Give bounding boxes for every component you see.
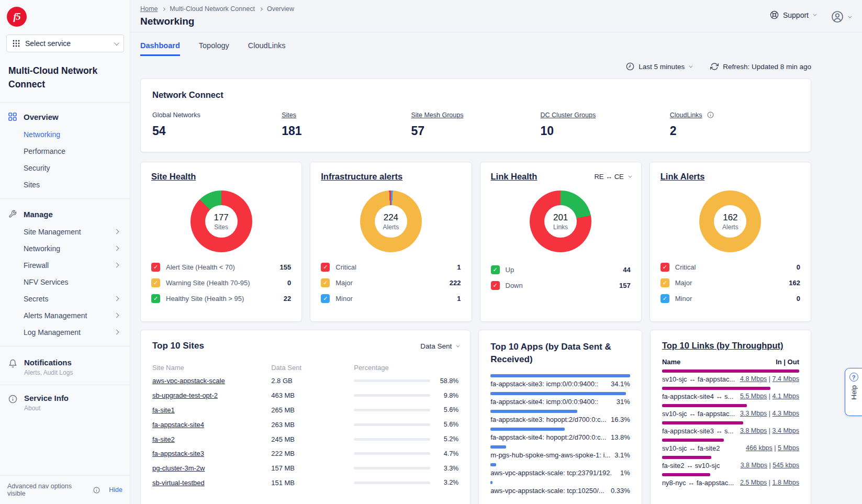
refresh-button[interactable]: Refresh: Updated 8 min ago bbox=[710, 62, 811, 71]
donut-center-label: Links bbox=[553, 223, 568, 231]
stat-cloudlinks: CloudLinks 2 bbox=[670, 110, 799, 138]
link-out-throughput[interactable]: 4.1 Mbps bbox=[773, 393, 799, 400]
link-in-throughput[interactable]: 4.8 Mbps bbox=[740, 375, 767, 383]
link-in-throughput[interactable]: 5.5 Mbps bbox=[740, 393, 767, 400]
sidebar-item-networking-manage[interactable]: Networking bbox=[0, 240, 130, 257]
legend-checkbox[interactable]: ✓ bbox=[321, 263, 330, 272]
site-link[interactable]: aws-vpc-appstack-scale bbox=[152, 377, 225, 385]
help-label: Help bbox=[850, 385, 858, 400]
select-service-dropdown[interactable]: Select service bbox=[6, 35, 124, 52]
user-menu[interactable] bbox=[831, 10, 850, 23]
sidebar-item-log-management[interactable]: Log Management bbox=[0, 324, 130, 341]
site-health-title[interactable]: Site Health bbox=[151, 172, 196, 182]
legend-row: ✓ Critical 1 bbox=[321, 259, 461, 275]
legend-checkbox[interactable]: ✓ bbox=[321, 294, 330, 303]
info-icon[interactable] bbox=[707, 111, 714, 118]
breadcrumb-mcn[interactable]: Multi-Cloud Network Connect bbox=[170, 5, 255, 13]
legend-checkbox[interactable]: ✓ bbox=[491, 281, 500, 290]
sidebar-item-service-info[interactable]: Service Info About bbox=[0, 387, 130, 418]
infrastructure-alerts-title[interactable]: Infrastructure alerts bbox=[321, 172, 402, 182]
sidebar-item-label: Security bbox=[24, 164, 50, 172]
sidebar-item-performance[interactable]: Performance bbox=[0, 143, 130, 160]
tab-dashboard[interactable]: Dashboard bbox=[140, 41, 180, 56]
legend-label: Major bbox=[335, 279, 444, 287]
legend-checkbox[interactable]: ✓ bbox=[151, 278, 160, 287]
link-in-throughput[interactable]: 3.8 Mbps bbox=[741, 462, 767, 469]
hide-nav-button[interactable]: Hide bbox=[109, 486, 122, 494]
col-data-sent: Data Sent bbox=[271, 364, 354, 372]
link-out-throughput[interactable]: 4.3 Mbps bbox=[773, 410, 799, 417]
legend-checkbox[interactable]: ✓ bbox=[151, 263, 160, 272]
infrastructure-alerts-donut[interactable]: 224 Alerts bbox=[360, 191, 422, 252]
link-out-throughput[interactable]: 5 Mbps bbox=[778, 444, 799, 452]
sidebar-item-networking[interactable]: Networking bbox=[0, 126, 130, 143]
legend-label: Critical bbox=[675, 263, 791, 271]
nav-section-manage[interactable]: Manage bbox=[0, 204, 130, 223]
site-link[interactable]: pg-cluster-3m-2w bbox=[152, 464, 205, 472]
site-link[interactable]: fa-appstack-site3 bbox=[152, 450, 204, 457]
app-label: fa-appstack-site4: icmp:0/0:0:9400:: bbox=[490, 398, 598, 406]
percentage-value: 5.6% bbox=[435, 421, 458, 428]
link-in-throughput[interactable]: 2.5 Mbps bbox=[740, 479, 767, 486]
link-in-throughput[interactable]: 466 kbps bbox=[746, 444, 773, 452]
help-tab[interactable]: ? Help bbox=[845, 368, 862, 416]
link-alerts-card: Link Alerts 162 Alerts ✓ Critical 0 bbox=[650, 162, 811, 322]
legend-value: 22 bbox=[284, 295, 291, 303]
breadcrumb-home[interactable]: Home bbox=[140, 5, 158, 13]
legend-row: ✓ Major 162 bbox=[661, 275, 800, 290]
divider bbox=[0, 198, 130, 199]
site-link[interactable]: sb-upgrade-test-opt-2 bbox=[152, 391, 218, 399]
sidebar-item-notifications[interactable]: Notifications Alerts, Audit Logs bbox=[0, 352, 130, 383]
link-name: sv10-sjc ↔ fa-site2 bbox=[662, 444, 720, 452]
sidebar-item-security[interactable]: Security bbox=[0, 160, 130, 176]
legend-checkbox[interactable]: ✓ bbox=[151, 294, 160, 303]
stat-dc-cluster-groups-link[interactable]: DC Cluster Groups bbox=[541, 111, 596, 119]
sidebar-item-sites[interactable]: Sites bbox=[0, 176, 130, 193]
f5-logo[interactable]: f5 bbox=[7, 7, 27, 27]
legend-checkbox[interactable]: ✓ bbox=[661, 294, 669, 303]
time-range-selector[interactable]: Last 5 minutes bbox=[626, 62, 691, 71]
link-in-throughput[interactable]: 3.3 Mbps bbox=[740, 410, 767, 417]
legend-label: Up bbox=[506, 266, 618, 274]
app-label: aws-vpc-appstack-scale: tcp:10250/... bbox=[490, 487, 604, 495]
stat-site-mesh-groups-link[interactable]: Site Mesh Groups bbox=[411, 111, 463, 119]
legend-checkbox[interactable]: ✓ bbox=[661, 263, 669, 272]
sidebar-item-site-management[interactable]: Site Management bbox=[0, 223, 130, 240]
sidebar-item-alerts-management[interactable]: Alerts Management bbox=[0, 307, 130, 324]
site-link[interactable]: fa-site1 bbox=[152, 406, 175, 414]
sidebar-item-label: Firewall bbox=[24, 261, 49, 270]
site-link[interactable]: fa-site2 bbox=[152, 435, 175, 443]
re-ce-selector[interactable]: RE ↔ CE bbox=[594, 173, 630, 181]
legend-checkbox[interactable]: ✓ bbox=[491, 265, 500, 274]
stat-sites-link[interactable]: Sites bbox=[282, 111, 296, 119]
sidebar-item-secrets[interactable]: Secrets bbox=[0, 290, 130, 307]
overview-grid-icon bbox=[8, 113, 17, 121]
sidebar-item-firewall[interactable]: Firewall bbox=[0, 257, 130, 274]
app-item: fa-appstack-site3: hopopt:2/d700:0:c...1… bbox=[490, 410, 630, 423]
link-alerts-title[interactable]: Link Alerts bbox=[661, 172, 705, 182]
support-menu[interactable]: Support bbox=[770, 10, 815, 19]
link-out-throughput[interactable]: 7.4 Mbps bbox=[773, 375, 799, 383]
site-link[interactable]: fa-appstack-site4 bbox=[152, 421, 204, 429]
link-health-donut[interactable]: 201 Links bbox=[530, 191, 591, 252]
link-in-throughput[interactable]: 3.8 Mbps bbox=[740, 427, 767, 434]
nav-section-overview[interactable]: Overview bbox=[0, 107, 130, 126]
top-links-title[interactable]: Top 10 Links (by Throughput) bbox=[662, 341, 783, 350]
sidebar-item-label: Log Management bbox=[24, 328, 81, 337]
stat-cloudlinks-link[interactable]: CloudLinks bbox=[670, 111, 702, 119]
top-sites-sort-selector[interactable]: Data Sent bbox=[420, 342, 458, 350]
chevron-right-icon bbox=[162, 7, 165, 10]
tab-cloudlinks[interactable]: CloudLinks bbox=[248, 41, 286, 56]
link-out-throughput[interactable]: 1.8 Mbps bbox=[773, 479, 799, 486]
sidebar-item-nfv-services[interactable]: NFV Services bbox=[0, 274, 130, 290]
site-health-donut[interactable]: 177 Sites bbox=[191, 191, 252, 252]
legend: ✓ Alert Site (Health < 70) 155 ✓ Warning… bbox=[151, 259, 291, 306]
link-out-throughput[interactable]: 545 kbps bbox=[773, 462, 799, 469]
link-out-throughput[interactable]: 3.4 Mbps bbox=[773, 427, 799, 434]
site-link[interactable]: sb-virtual-testbed bbox=[152, 479, 205, 487]
legend-checkbox[interactable]: ✓ bbox=[661, 278, 669, 287]
legend-checkbox[interactable]: ✓ bbox=[321, 278, 330, 287]
link-health-title[interactable]: Link Health bbox=[491, 172, 538, 182]
tab-topology[interactable]: Topology bbox=[199, 41, 229, 56]
link-alerts-donut[interactable]: 162 Alerts bbox=[699, 191, 761, 252]
